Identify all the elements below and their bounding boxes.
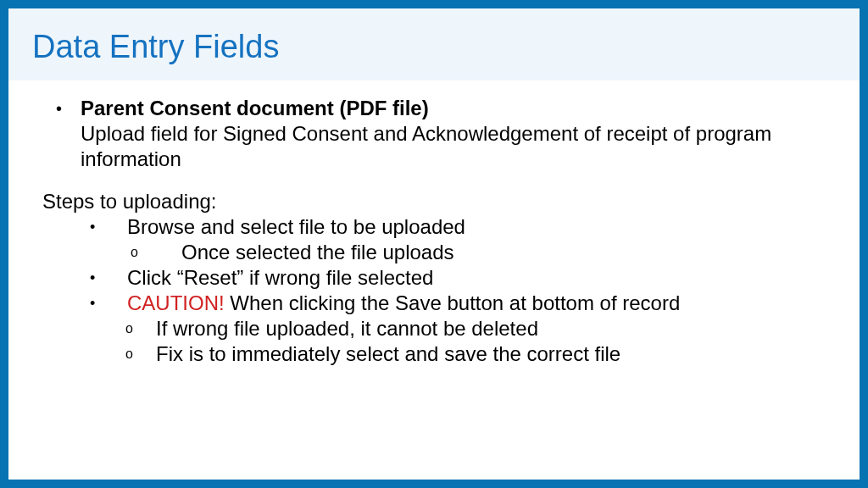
list-item: o Once selected the file uploads (131, 240, 826, 265)
main-bullet-heading: Parent Consent document (PDF file) (81, 96, 826, 121)
bullet-body: Parent Consent document (PDF file) Uploa… (81, 96, 826, 172)
slide-frame: Data Entry Fields • Parent Consent docum… (0, 0, 868, 488)
circle-bullet-icon: o (125, 316, 156, 341)
content-area: • Parent Consent document (PDF file) Upl… (8, 80, 860, 367)
main-bullet-description: Upload field for Signed Consent and Ackn… (81, 121, 826, 172)
sub-text: If wrong file uploaded, it cannot be del… (156, 316, 538, 341)
sub-text: Once selected the file uploads (171, 240, 454, 265)
steps-header: Steps to uploading: (42, 189, 826, 214)
step-text: Browse and select file to be uploaded (127, 214, 826, 240)
list-item: • Click “Reset” if wrong file selected (90, 265, 826, 291)
sub-list: o If wrong file uploaded, it cannot be d… (125, 316, 826, 367)
slide-title: Data Entry Fields (32, 29, 843, 65)
bullet-icon: • (90, 291, 127, 316)
bullet-icon: • (56, 96, 62, 121)
list-item: o If wrong file uploaded, it cannot be d… (125, 316, 826, 341)
title-band: Data Entry Fields (8, 8, 860, 80)
caution-label: CAUTION! (127, 291, 225, 314)
sub-text: Fix is to immediately select and save th… (156, 341, 620, 367)
step-list: • Browse and select file to be uploaded … (90, 214, 826, 367)
list-item: • CAUTION! When clicking the Save button… (90, 291, 826, 316)
step-text-part: When clicking the Save button at bottom … (225, 291, 681, 314)
bullet-icon: • (90, 214, 127, 240)
main-bullet: • Parent Consent document (PDF file) Upl… (56, 96, 826, 172)
sub-list: o Once selected the file uploads (131, 240, 826, 265)
list-item: • Browse and select file to be uploaded (90, 214, 826, 240)
bullet-icon: • (90, 265, 127, 291)
circle-bullet-icon: o (131, 240, 171, 265)
circle-bullet-icon: o (125, 341, 156, 367)
step-text: CAUTION! When clicking the Save button a… (127, 291, 826, 316)
step-text: Click “Reset” if wrong file selected (127, 265, 826, 291)
list-item: o Fix is to immediately select and save … (125, 341, 826, 367)
